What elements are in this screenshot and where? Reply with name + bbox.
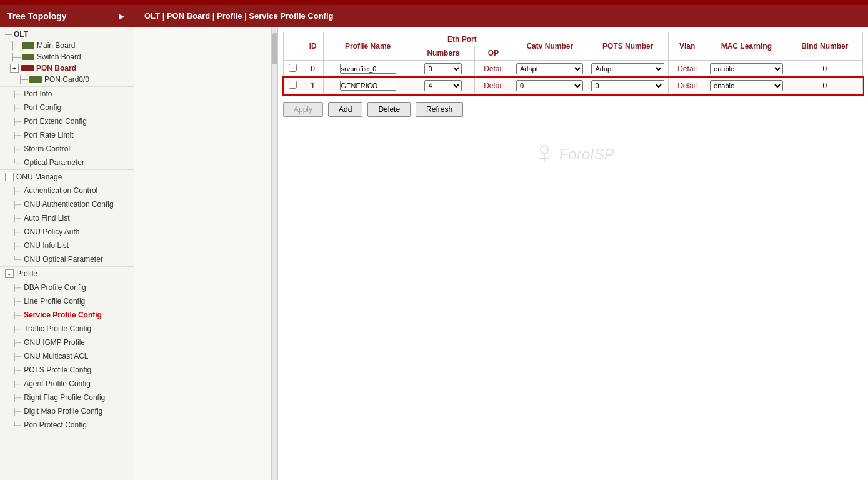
col-bind-number-header: Bind Number <box>787 32 862 61</box>
menu-dba-profile[interactable]: ├─ DBA Profile Config <box>0 281 134 294</box>
menu-optical-parameter[interactable]: └─ Optical Parameter <box>0 156 134 169</box>
col-id-header: ID <box>302 32 324 61</box>
scrollbar-thumb <box>272 33 277 64</box>
row-0-checkbox[interactable] <box>289 64 297 72</box>
row-1-mac-learning-select[interactable]: enabledisable <box>710 80 783 91</box>
watermark-text: ForoISP <box>559 146 614 162</box>
switch-board-icon <box>22 54 34 60</box>
vertical-scrollbar[interactable] <box>272 27 278 480</box>
svg-point-0 <box>541 146 548 153</box>
menu-right-flag-profile[interactable]: ├─ Right Flag Profile Config <box>0 391 134 404</box>
delete-button[interactable]: Delete <box>367 102 411 117</box>
col-pots-header: POTS Number <box>587 32 669 61</box>
tree-olt: — OLT ├─ Main Board ├─ Switch Board + PO… <box>0 28 134 86</box>
main-board-label: Main Board <box>37 41 75 50</box>
main-board-node[interactable]: ├─ Main Board <box>0 40 134 51</box>
menu-digit-map-profile[interactable]: ├─ Digit Map Profile Config <box>0 404 134 418</box>
sidebar: Tree Topology ► — OLT ├─ Main Board ├─ S… <box>0 5 134 480</box>
watermark: ForoISP <box>283 142 863 167</box>
row-1-pots-select[interactable]: Adapt012 <box>591 80 664 91</box>
pon-board-label: PON Board <box>36 64 76 72</box>
menu-agent-profile[interactable]: ├─ Agent Profile Config <box>0 377 134 391</box>
pon-expand-icon[interactable]: + <box>10 64 19 72</box>
row-1-eth-numbers-select[interactable]: 012348 <box>424 80 462 91</box>
row-0-mac-learning-select[interactable]: enabledisable <box>710 63 783 74</box>
row-1-profile-name-input[interactable] <box>340 81 396 91</box>
menu-onu-optical-param[interactable]: └─ ONU Optical Parameter <box>0 252 134 266</box>
table-area: ID Profile Name Eth Port Catv Number POT… <box>278 27 868 480</box>
col-vlan-header: Vlan <box>669 32 706 61</box>
row-1-eth-detail-link[interactable]: Detail <box>484 81 503 90</box>
row-0-id: 0 <box>302 61 324 78</box>
pon-card-label: PON Card0/0 <box>44 75 89 84</box>
menu-auth-control[interactable]: ├─ Authentication Control <box>0 184 134 198</box>
pon-board-icon <box>21 65 34 71</box>
top-bar <box>0 0 868 5</box>
row-0-eth-detail-link[interactable]: Detail <box>484 64 503 73</box>
add-button[interactable]: Add <box>328 102 362 117</box>
main-layout: Tree Topology ► — OLT ├─ Main Board ├─ S… <box>0 5 868 480</box>
menu-pots-profile[interactable]: ├─ POTS Profile Config <box>0 363 134 377</box>
menu-port-extend-config[interactable]: ├─ Port Extend Config <box>0 114 134 128</box>
switch-board-node[interactable]: ├─ Switch Board <box>0 51 134 62</box>
refresh-button[interactable]: Refresh <box>416 102 463 117</box>
apply-button[interactable]: Apply <box>283 102 323 117</box>
row-1-id: 1 <box>302 78 324 94</box>
profile-header[interactable]: - Profile <box>0 267 134 281</box>
row-1-catv-select[interactable]: Adapt012 <box>516 80 583 91</box>
sidebar-header[interactable]: Tree Topology ► <box>0 5 134 28</box>
menu-traffic-profile[interactable]: ├─ Traffic Profile Config <box>0 322 134 336</box>
sidebar-title: Tree Topology <box>7 11 67 21</box>
menu-onu-info-list[interactable]: ├─ ONU Info List <box>0 239 134 252</box>
table-row: 0012348DetailAdapt012Adapt012Detailenabl… <box>284 61 863 78</box>
collapse-arrow-icon: ► <box>117 11 126 21</box>
onu-manage-collapse-icon: - <box>5 172 14 181</box>
menu-line-profile[interactable]: ├─ Line Profile Config <box>0 294 134 308</box>
olt-label: OLT <box>14 30 28 39</box>
menu-onu-igmp[interactable]: ├─ ONU IGMP Profile <box>0 336 134 349</box>
menu-onu-multicast[interactable]: ├─ ONU Multicast ACL <box>0 349 134 363</box>
col-catv-header: Catv Number <box>512 32 587 61</box>
switch-board-label: Switch Board <box>37 52 81 61</box>
col-eth-port-header: Eth Port <box>412 32 512 47</box>
onu-manage-section: - ONU Manage ├─ Authentication Control ├… <box>0 169 134 266</box>
row-1-vlan-detail-link[interactable]: Detail <box>677 81 697 90</box>
content-split: ID Profile Name Eth Port Catv Number POT… <box>134 27 868 480</box>
row-0-catv-select[interactable]: Adapt012 <box>516 63 583 74</box>
col-profile-name-header: Profile Name <box>324 32 412 61</box>
row-0-vlan-detail-link[interactable]: Detail <box>677 64 697 73</box>
onu-manage-header[interactable]: - ONU Manage <box>0 170 134 184</box>
profile-section: - Profile ├─ DBA Profile Config ├─ Line … <box>0 266 134 432</box>
col-eth-numbers-header: Numbers <box>412 46 474 61</box>
profile-collapse-icon: - <box>5 269 14 278</box>
service-profile-table: ID Profile Name Eth Port Catv Number POT… <box>283 32 863 94</box>
olt-node[interactable]: — OLT <box>0 29 134 40</box>
row-0-eth-numbers-select[interactable]: 012348 <box>424 63 462 74</box>
menu-onu-auth-config[interactable]: ├─ ONU Authentication Config <box>0 198 134 211</box>
breadcrumb: OLT | PON Board | Profile | Service Prof… <box>134 5 868 27</box>
foroisp-logo-icon <box>532 142 557 167</box>
pon-board-node[interactable]: + PON Board <box>0 62 134 74</box>
row-1-checkbox[interactable] <box>289 81 297 89</box>
main-board-icon <box>22 42 34 49</box>
action-buttons: Apply Add Delete Refresh <box>283 102 863 117</box>
col-mac-learning-header: MAC Learning <box>706 32 787 61</box>
menu-storm-control[interactable]: ├─ Storm Control <box>0 142 134 156</box>
col-eth-op-header: OP <box>475 46 512 61</box>
row-0-pots-select[interactable]: Adapt012 <box>591 63 664 74</box>
table-row: 1012348DetailAdapt012Adapt012Detailenabl… <box>284 78 863 94</box>
col-checkbox-header <box>284 32 302 61</box>
port-menu-section: ├─ Port Info ├─ Port Config ├─ Port Exte… <box>0 86 134 169</box>
row-0-bind-number: 0 <box>787 61 862 78</box>
menu-port-info[interactable]: ├─ Port Info <box>0 87 134 101</box>
menu-port-config[interactable]: ├─ Port Config <box>0 101 134 114</box>
menu-pon-protect[interactable]: └─ Pon Protect Config <box>0 418 134 432</box>
row-0-profile-name-input[interactable] <box>340 64 396 74</box>
menu-auto-find-list[interactable]: ├─ Auto Find List <box>0 211 134 225</box>
content-area: OLT | PON Board | Profile | Service Prof… <box>134 5 868 480</box>
sub-menu <box>134 27 271 480</box>
menu-port-rate-limit[interactable]: ├─ Port Rate Limit <box>0 128 134 142</box>
menu-onu-policy-auth[interactable]: ├─ ONU Policy Auth <box>0 225 134 239</box>
pon-card-node[interactable]: ├─ PON Card0/0 <box>0 74 134 85</box>
menu-service-profile[interactable]: ├─ Service Profile Config <box>0 308 134 322</box>
